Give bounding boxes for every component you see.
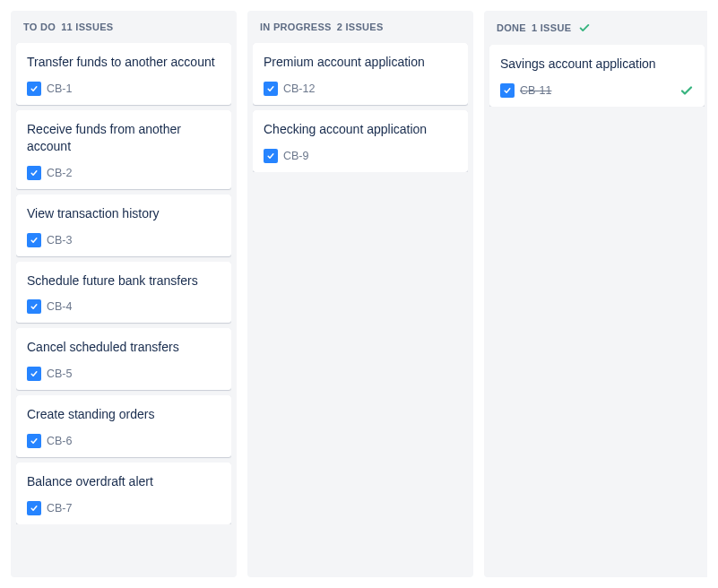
column-issue-count: 2 ISSUES [337,22,384,32]
board-column[interactable]: DONE1 ISSUESavings account applicationCB… [484,11,707,577]
issue-card-footer: CB-5 [27,367,221,381]
kanban-board: TO DO11 ISSUESTransfer funds to another … [11,11,707,577]
issue-title: View transaction history [27,205,221,222]
issue-key: CB-9 [283,150,308,162]
issue-key: CB-4 [47,300,72,313]
issue-title: Balance overdraft alert [27,473,221,490]
issue-key: CB-6 [47,435,72,447]
task-issue-type-icon [27,299,41,314]
issue-card[interactable]: Cancel scheduled transfersCB-5 [16,328,231,390]
column-body: Premium account applicationCB-12Checking… [253,43,468,172]
issue-card[interactable]: Checking account applicationCB-9 [253,110,468,172]
issue-card[interactable]: Premium account applicationCB-12 [253,43,468,105]
column-title: IN PROGRESS [260,22,332,32]
issue-card-footer: CB-9 [264,149,457,163]
task-issue-type-icon [27,367,41,381]
column-header[interactable]: DONE1 ISSUE [489,22,705,45]
column-body: Savings account applicationCB-11 [489,45,705,107]
column-body: Transfer funds to another accountCB-1Rec… [16,43,231,524]
task-issue-type-icon [27,166,41,180]
issue-card-footer: CB-4 [27,299,221,314]
column-header[interactable]: TO DO11 ISSUES [16,22,231,43]
task-issue-type-icon [264,82,278,96]
column-issue-count: 11 ISSUES [61,22,113,32]
issue-key: CB-5 [47,368,72,380]
issue-card[interactable]: Receive funds from another accountCB-2 [16,110,231,189]
task-issue-type-icon [27,434,41,448]
issue-key: CB-11 [520,84,551,97]
issue-title: Receive funds from another account [27,121,221,155]
issue-title: Cancel scheduled transfers [27,339,221,356]
issue-title: Checking account application [264,121,457,138]
task-issue-type-icon [27,82,41,96]
issue-card-footer: CB-1 [27,82,221,96]
column-issue-count: 1 ISSUE [532,22,571,33]
issue-card[interactable]: Savings account applicationCB-11 [489,45,705,107]
issue-card-footer: CB-3 [27,233,221,247]
task-issue-type-icon [27,233,41,247]
issue-title: Create standing orders [27,406,221,423]
issue-key: CB-2 [47,167,72,179]
issue-card-footer: CB-2 [27,166,221,180]
issue-title: Savings account application [500,56,694,73]
issue-card[interactable]: Create standing ordersCB-6 [16,395,231,457]
issue-key: CB-12 [283,82,315,95]
issue-key: CB-7 [47,502,72,514]
issue-done-check-icon [679,83,694,98]
board-column[interactable]: IN PROGRESS2 ISSUESPremium account appli… [247,11,473,577]
issue-card[interactable]: Balance overdraft alertCB-7 [16,463,231,524]
done-column-check-icon [578,22,591,34]
issue-card[interactable]: Schedule future bank transfersCB-4 [16,262,231,324]
issue-title: Transfer funds to another account [27,54,221,71]
column-header[interactable]: IN PROGRESS2 ISSUES [253,22,468,43]
issue-card[interactable]: Transfer funds to another accountCB-1 [16,43,231,105]
column-title: TO DO [23,22,56,32]
issue-key: CB-1 [47,82,72,95]
task-issue-type-icon [500,83,515,98]
board-column[interactable]: TO DO11 ISSUESTransfer funds to another … [11,11,237,577]
issue-card[interactable]: View transaction historyCB-3 [16,195,231,256]
issue-card-footer: CB-12 [264,82,457,96]
issue-key: CB-3 [47,234,72,246]
issue-title: Premium account application [264,54,457,71]
issue-title: Schedule future bank transfers [27,272,221,290]
issue-card-footer: CB-7 [27,501,221,515]
issue-card-footer: CB-6 [27,434,221,448]
task-issue-type-icon [264,149,278,163]
column-title: DONE [497,22,526,33]
issue-card-footer: CB-11 [500,83,694,98]
task-issue-type-icon [27,501,41,515]
